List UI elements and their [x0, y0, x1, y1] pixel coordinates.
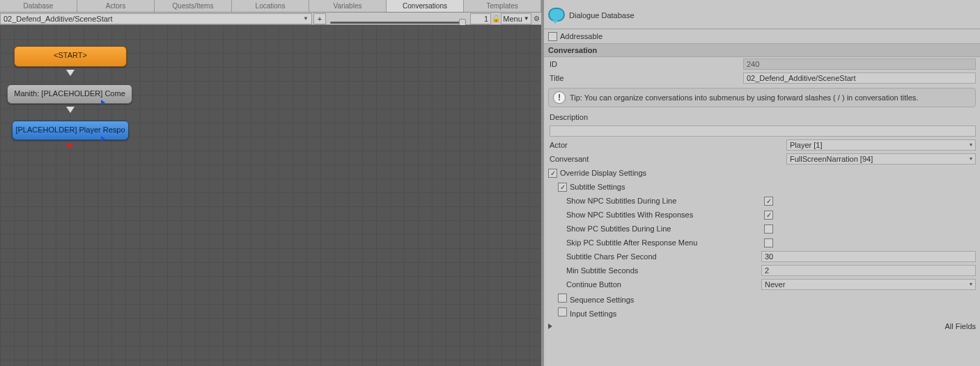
all-fields-label: All Fields: [944, 322, 976, 330]
node-player-response[interactable]: [PLACEHOLDER] Player Respo: [12, 121, 129, 140]
tab-templates[interactable]: Templates: [464, 0, 541, 12]
min-sec-row: Min Subtitle Seconds: [544, 264, 980, 277]
conversant-dropdown[interactable]: FullScreenNarration [94]▾: [786, 153, 976, 165]
subtitle-settings-checkbox[interactable]: ✓: [558, 183, 567, 192]
title-row: Title: [544, 71, 980, 85]
tip-box: ! Tip: You can organize conversations in…: [548, 88, 976, 107]
skip-pc-checkbox[interactable]: [764, 238, 773, 247]
subtitle-settings-label: Subtitle Settings: [570, 183, 625, 191]
sequence-settings-label: Sequence Settings: [570, 296, 634, 304]
override-checkbox[interactable]: ✓: [548, 169, 557, 178]
min-sec-label: Min Subtitle Seconds: [548, 266, 761, 275]
inspector-panel: Dialogue Database Addressable Conversati…: [544, 0, 980, 366]
actor-label: Actor: [548, 141, 786, 149]
conversation-dropdown[interactable]: 02_Defend_Additive/SceneStart ▼: [0, 13, 312, 24]
conversant-label: Conversant: [548, 155, 786, 163]
actor-row: Actor Player [1]▾: [544, 138, 980, 152]
chevron-down-icon: ▼: [303, 14, 309, 24]
id-label: ID: [548, 60, 743, 68]
override-row: ✓ Override Display Settings: [544, 166, 980, 180]
description-value-row: [544, 124, 980, 138]
conversant-row: Conversant FullScreenNarration [94]▾: [544, 152, 980, 166]
title-label: Title: [548, 74, 743, 82]
warning-marker-icon: [66, 144, 73, 149]
tab-conversations[interactable]: Conversations: [387, 0, 464, 12]
continue-dropdown[interactable]: Never▾: [761, 279, 976, 290]
sequence-marker-icon: [101, 100, 105, 105]
pc-during-row: Show PC Subtitles During Line: [544, 222, 980, 236]
node-start[interactable]: <START>: [14, 46, 127, 67]
npc-during-label: Show NPC Subtitles During Line: [548, 197, 764, 205]
npc-with-resp-row: Show NPC Subtitles With Responses ✓: [544, 208, 980, 222]
input-settings-label: Input Settings: [570, 310, 616, 318]
graph-menu-button[interactable]: Menu▼: [501, 13, 531, 24]
sequence-settings-checkbox[interactable]: [558, 293, 567, 303]
chevron-down-icon: ▼: [524, 14, 529, 24]
graph-panel: Database Actors Quests/Items Locations V…: [0, 0, 541, 366]
tab-quests[interactable]: Quests/Items: [155, 0, 232, 12]
description-label: Description: [548, 113, 743, 121]
zoom-value-field[interactable]: 1: [470, 13, 491, 24]
npc-during-row: Show NPC Subtitles During Line ✓: [544, 194, 980, 208]
chars-sec-input[interactable]: [761, 251, 976, 262]
inspector-title: Dialogue Database: [569, 10, 635, 20]
graph-toolbar: 02_Defend_Additive/SceneStart ▼ + 1 ⁠🔓 M…: [0, 13, 541, 25]
tip-text: Tip: You can organize conversations into…: [570, 93, 918, 102]
addressable-row: Addressable: [544, 29, 980, 43]
arrow-icon: [66, 70, 75, 76]
zoom-slider[interactable]: [330, 17, 466, 20]
info-icon: !: [553, 91, 566, 104]
all-fields-row[interactable]: All Fields: [544, 319, 980, 333]
pc-during-checkbox[interactable]: [764, 224, 773, 234]
subtitle-settings-row: ✓Subtitle Settings: [544, 180, 980, 194]
add-conversation-button[interactable]: +: [313, 13, 326, 24]
category-tabstrip: Database Actors Quests/Items Locations V…: [0, 0, 541, 13]
npc-with-resp-label: Show NPC Subtitles With Responses: [548, 211, 764, 219]
skip-pc-label: Skip PC Subtitle After Response Menu: [548, 238, 764, 247]
conversation-dropdown-label: 02_Defend_Additive/SceneStart: [3, 14, 113, 24]
fold-arrow-icon: [548, 323, 942, 329]
min-sec-input[interactable]: [761, 265, 976, 276]
id-value: 240: [743, 59, 976, 70]
continue-row: Continue Button Never▾: [544, 277, 980, 291]
node-npc-line[interactable]: Manith: [PLACEHOLDER] Come: [7, 84, 132, 104]
addressable-label: Addressable: [560, 32, 602, 40]
lock-icon[interactable]: ⁠🔓: [491, 15, 501, 22]
conversation-section-header: Conversation: [544, 43, 980, 57]
tab-actors[interactable]: Actors: [77, 0, 155, 12]
description-input[interactable]: [550, 125, 976, 137]
sequence-marker-icon: [101, 136, 105, 142]
addressable-checkbox[interactable]: [548, 32, 557, 41]
override-label: Override Display Settings: [560, 169, 646, 177]
dialogue-database-icon: [548, 8, 565, 22]
tab-locations[interactable]: Locations: [232, 0, 309, 12]
tab-database[interactable]: Database: [0, 0, 77, 12]
chevron-down-icon: ▾: [970, 140, 972, 150]
chevron-down-icon: ▾: [970, 280, 972, 289]
input-settings-checkbox[interactable]: [558, 307, 567, 317]
npc-with-resp-checkbox[interactable]: ✓: [764, 211, 773, 220]
skip-pc-row: Skip PC Subtitle After Response Menu: [544, 236, 980, 250]
npc-during-checkbox[interactable]: ✓: [764, 197, 773, 206]
inspector-header: Dialogue Database: [544, 0, 980, 29]
title-input[interactable]: [743, 73, 976, 84]
arrow-icon: [66, 107, 75, 113]
gear-icon[interactable]: ⚙: [531, 15, 541, 22]
sequence-settings-row: Sequence Settings: [544, 291, 980, 305]
chars-sec-label: Subtitle Chars Per Second: [548, 252, 761, 261]
input-settings-row: Input Settings: [544, 305, 980, 319]
pc-during-label: Show PC Subtitles During Line: [548, 224, 764, 233]
description-label-row: Description: [544, 110, 980, 124]
actor-dropdown[interactable]: Player [1]▾: [786, 139, 976, 151]
chars-sec-row: Subtitle Chars Per Second: [544, 250, 980, 264]
chevron-down-icon: ▾: [970, 154, 972, 164]
continue-label: Continue Button: [548, 280, 761, 289]
id-row: ID 240: [544, 57, 980, 71]
node-graph-canvas[interactable]: <START> Manith: [PLACEHOLDER] Come [PLAC…: [0, 25, 541, 366]
tab-variables[interactable]: Variables: [309, 0, 387, 12]
